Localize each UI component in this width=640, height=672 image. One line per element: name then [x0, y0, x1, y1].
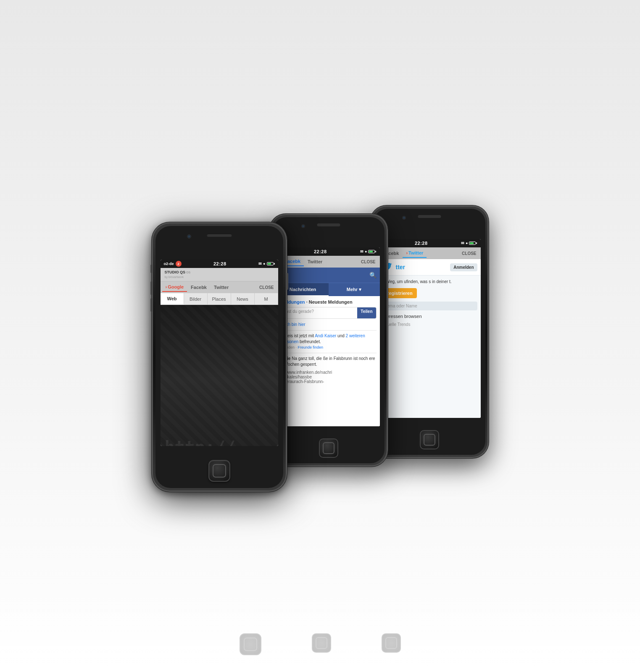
tab-google[interactable]: Google	[162, 283, 187, 292]
tw-content: te Weg, um ufinden, was s in deiner t. R…	[378, 276, 481, 418]
reflection-home-inner-right	[385, 637, 397, 649]
status-bar-center: 22:28 ✉ ●	[277, 247, 380, 256]
fb-post1-action: ist jetzt mit	[294, 333, 315, 338]
iphone-left-front: o2-de 2 22:28 ✉ ●	[155, 226, 283, 488]
mute-button	[150, 265, 152, 273]
anmelden-btn[interactable]: Anmelden	[450, 265, 477, 270]
fb-status-box: hnst du gerade? Teilen	[281, 307, 377, 319]
browser-tabs-left[interactable]: Google Facebk Twitter CLOSE	[161, 281, 278, 293]
camera-right	[402, 216, 406, 220]
status-icons-left: ✉ ●	[258, 262, 274, 266]
iphone-right-shell: 22:28 ✉ ●	[371, 206, 488, 458]
home-button-center[interactable]	[319, 438, 338, 458]
iphone-left-shell: o2-de 2 22:28 ✉ ●	[152, 223, 287, 491]
fb-search-icon[interactable]: 🔍	[369, 272, 377, 278]
notification-badge: 2	[176, 261, 182, 267]
studio-logo: STUDIO QS OS by bmxartwork	[163, 269, 192, 280]
tw-desc: te Weg, um ufinden, was s in deiner t.	[382, 279, 477, 285]
tab-facebk-left[interactable]: Facebk	[187, 283, 210, 291]
battery-center	[368, 250, 376, 253]
reflection-home-left	[240, 633, 261, 655]
fb-post2-text: Na ganz toll, die ße in Falsbrunn ist no…	[281, 356, 375, 367]
iphone-center-front: 22:28 ✉ ●	[273, 217, 385, 463]
phone-left: o2-de 2 22:28 ✉ ●	[152, 223, 287, 491]
content-tab-web[interactable]: Web	[161, 293, 184, 304]
volume-down-button	[150, 298, 152, 312]
camera-left	[187, 234, 191, 239]
fb-freunde-link[interactable]: Freunde finden	[298, 345, 324, 349]
status-bar-right: 22:28 ✉ ●	[378, 239, 481, 247]
signal-icon: ●	[263, 262, 265, 266]
tab-twitter-center[interactable]: Twitter	[304, 257, 326, 266]
fb-post1-link[interactable]: Andi Kaiser	[315, 333, 336, 338]
home-button-right[interactable]	[420, 430, 439, 449]
fb-divider-1	[281, 330, 377, 331]
speaker-center	[317, 223, 340, 226]
studio-logo-bar: STUDIO QS OS by bmxartwork	[161, 268, 278, 281]
tab-close-left[interactable]: CLOSE	[257, 284, 276, 291]
time-display-right: 22:28	[415, 241, 428, 246]
tab-twitter-left[interactable]: Twitter	[211, 283, 232, 291]
fb-header: ok 🔍	[277, 268, 380, 283]
status-left: o2-de 2	[164, 261, 182, 267]
carrier-text: o2-de	[164, 262, 174, 266]
tw-interessen[interactable]: Interessen browsen	[382, 314, 477, 319]
content-tab-news[interactable]: News	[231, 293, 255, 304]
google-page: http:// Google Instant (Beta) ist an: De…	[161, 305, 278, 446]
tab-close-center[interactable]: CLOSE	[358, 258, 378, 266]
fb-status-input[interactable]: hnst du gerade?	[281, 307, 358, 318]
phone-right: 22:28 ✉ ●	[371, 206, 488, 458]
fb-content: Meldungen · Neueste Meldungen hnst du ge…	[277, 296, 380, 426]
fb-post-1: ja Zeis ist jetzt mit Andi Kaiser und 2 …	[281, 333, 377, 350]
volume-up-button	[150, 281, 152, 295]
signal-icon-right: ●	[466, 241, 468, 245]
reflection-home-inner-left	[244, 638, 257, 651]
power-button	[287, 273, 288, 290]
status-icons-center: ✉ ●	[360, 249, 376, 254]
signal-icon-center: ●	[365, 249, 367, 254]
fb-divider-2	[281, 353, 377, 353]
tw-search-box[interactable]: hema oder Name	[382, 302, 477, 310]
google-dark-bg: http://	[161, 305, 278, 446]
screen-center: 22:28 ✉ ●	[277, 247, 380, 426]
home-button-inner-right	[424, 434, 435, 446]
browser-tabs-right[interactable]: Facebk Twitter CLOSE	[378, 247, 481, 259]
content-tab-more[interactable]: M	[255, 293, 278, 304]
content-tab-places[interactable]: Places	[208, 293, 231, 304]
fb-post2-link: p://www.infranken.de/nachri n/lokales/ha…	[281, 370, 377, 384]
status-bar-left: o2-de 2 22:28 ✉ ●	[161, 260, 278, 268]
speaker-right	[418, 215, 441, 218]
iphone-right-front: 22:28 ✉ ●	[374, 209, 485, 455]
phone-center: 22:28 ✉ ●	[270, 214, 387, 466]
fb-nav: Nachrichten Mehr ▾	[277, 283, 380, 296]
fb-heading: Meldungen · Neueste Meldungen	[281, 299, 377, 304]
home-button-left[interactable]	[208, 460, 230, 482]
reflections-row	[240, 633, 401, 655]
mail-icon-center: ✉	[360, 249, 363, 254]
browser-tabs-center[interactable]: Facebk Twitter CLOSE	[277, 256, 380, 268]
reflection-home-inner-center	[316, 637, 327, 649]
fb-post1-meta: Stunden · Freunde finden	[281, 345, 377, 350]
fb-post1-more: und	[337, 333, 345, 338]
home-button-inner-left	[213, 464, 226, 478]
tab-twitter-right[interactable]: Twitter	[403, 249, 427, 258]
content-tabs-left: Web Bilder Places News M	[161, 293, 278, 305]
ground-reflection	[0, 580, 640, 672]
tab-close-right[interactable]: CLOSE	[459, 249, 479, 257]
fb-teilen-btn[interactable]: Teilen	[357, 307, 376, 318]
speaker-left	[207, 234, 232, 237]
reflection-home-right	[382, 633, 401, 653]
twitter-page: tter Anmelden te Weg, um ufinden, was s …	[378, 259, 481, 418]
status-icons-right: ✉ ●	[461, 241, 477, 245]
fb-checkin[interactable]: ✓ ich bin hier	[281, 322, 377, 327]
mail-icon: ✉	[258, 262, 262, 266]
screen-right: 22:28 ✉ ●	[378, 239, 481, 418]
mail-icon-right: ✉	[461, 241, 464, 245]
fb-nav-mehr[interactable]: Mehr ▾	[329, 283, 380, 296]
http-watermark: http://	[165, 438, 236, 446]
fb-post-2: a Nie Na ganz toll, die ße in Falsbrunn …	[281, 356, 377, 368]
battery-right	[469, 242, 477, 245]
home-button-inner-center	[323, 442, 334, 454]
fb-post1-text: befreundet.	[300, 339, 321, 344]
content-tab-bilder[interactable]: Bilder	[184, 293, 208, 304]
